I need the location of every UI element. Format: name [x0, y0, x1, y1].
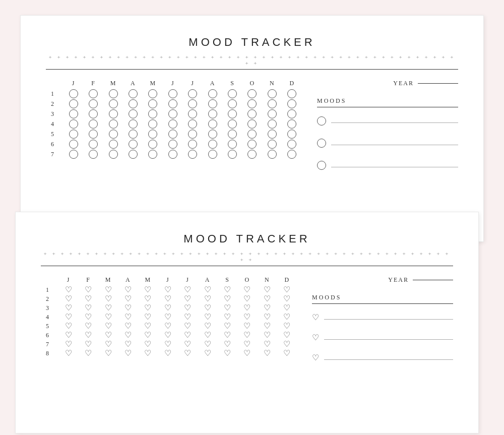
heart-icon[interactable]: ♡: [224, 331, 231, 339]
circle-icon[interactable]: [268, 89, 277, 98]
heart-icon[interactable]: ♡: [65, 295, 72, 303]
circle-icon[interactable]: [208, 119, 217, 129]
circle-icon[interactable]: [168, 109, 177, 118]
mood-heart-icon[interactable]: ♡: [312, 314, 319, 322]
heart-icon[interactable]: ♡: [224, 304, 231, 312]
circle-icon[interactable]: [247, 140, 257, 149]
heart-icon[interactable]: ♡: [224, 286, 231, 294]
circle-icon[interactable]: [129, 140, 138, 149]
mood-heart-icon[interactable]: ♡: [312, 334, 319, 342]
heart-icon[interactable]: ♡: [224, 295, 231, 303]
heart-icon[interactable]: ♡: [144, 331, 151, 339]
circle-icon[interactable]: [228, 150, 237, 159]
heart-icon[interactable]: ♡: [164, 331, 171, 339]
heart-icon[interactable]: ♡: [164, 304, 171, 312]
heart-icon[interactable]: ♡: [105, 313, 112, 321]
circle-icon[interactable]: [247, 109, 257, 118]
circle-icon[interactable]: [129, 89, 138, 98]
circle-icon[interactable]: [69, 150, 78, 159]
circle-icon[interactable]: [247, 119, 257, 129]
circle-icon[interactable]: [148, 150, 157, 159]
heart-icon[interactable]: ♡: [264, 331, 271, 339]
circle-icon[interactable]: [208, 109, 217, 118]
heart-icon[interactable]: ♡: [124, 313, 132, 321]
heart-icon[interactable]: ♡: [124, 286, 132, 294]
heart-icon[interactable]: ♡: [85, 322, 92, 330]
circle-icon[interactable]: [268, 150, 277, 159]
heart-icon[interactable]: ♡: [204, 304, 211, 312]
heart-icon[interactable]: ♡: [204, 295, 211, 303]
heart-icon[interactable]: ♡: [164, 313, 171, 321]
heart-icon[interactable]: ♡: [283, 331, 290, 339]
heart-icon[interactable]: ♡: [184, 322, 191, 330]
circle-icon[interactable]: [109, 89, 118, 98]
heart-icon[interactable]: ♡: [144, 313, 151, 321]
circle-icon[interactable]: [287, 150, 296, 159]
heart-icon[interactable]: ♡: [124, 304, 132, 312]
circle-icon[interactable]: [287, 130, 296, 139]
heart-icon[interactable]: ♡: [184, 304, 191, 312]
circle-icon[interactable]: [148, 99, 157, 108]
heart-icon[interactable]: ♡: [144, 340, 151, 348]
mood-circle-icon[interactable]: [317, 161, 326, 170]
heart-icon[interactable]: ♡: [283, 286, 290, 294]
heart-icon[interactable]: ♡: [224, 313, 231, 321]
circle-icon[interactable]: [208, 99, 217, 108]
heart-icon[interactable]: ♡: [264, 304, 271, 312]
heart-icon[interactable]: ♡: [184, 331, 191, 339]
circle-icon[interactable]: [109, 130, 118, 139]
heart-icon[interactable]: ♡: [243, 331, 250, 339]
heart-icon[interactable]: ♡: [85, 349, 92, 357]
heart-icon[interactable]: ♡: [204, 313, 211, 321]
heart-icon[interactable]: ♡: [85, 304, 92, 312]
heart-icon[interactable]: ♡: [144, 286, 151, 294]
circle-icon[interactable]: [109, 109, 118, 118]
heart-icon[interactable]: ♡: [184, 313, 191, 321]
heart-icon[interactable]: ♡: [85, 295, 92, 303]
circle-icon[interactable]: [228, 99, 237, 108]
heart-icon[interactable]: ♡: [184, 340, 191, 348]
heart-icon[interactable]: ♡: [164, 349, 171, 357]
heart-icon[interactable]: ♡: [124, 340, 132, 348]
circle-icon[interactable]: [268, 109, 277, 118]
circle-icon[interactable]: [89, 109, 98, 118]
circle-icon[interactable]: [168, 150, 177, 159]
circle-icon[interactable]: [69, 140, 78, 149]
circle-icon[interactable]: [168, 89, 177, 98]
circle-icon[interactable]: [208, 150, 217, 159]
circle-icon[interactable]: [228, 89, 237, 98]
heart-icon[interactable]: ♡: [65, 304, 72, 312]
circle-icon[interactable]: [168, 130, 177, 139]
heart-icon[interactable]: ♡: [65, 313, 72, 321]
circle-icon[interactable]: [228, 140, 237, 149]
circle-icon[interactable]: [129, 99, 138, 108]
heart-icon[interactable]: ♡: [243, 286, 250, 294]
heart-icon[interactable]: ♡: [124, 295, 132, 303]
heart-icon[interactable]: ♡: [283, 322, 290, 330]
heart-icon[interactable]: ♡: [65, 322, 72, 330]
circle-icon[interactable]: [129, 119, 138, 129]
heart-icon[interactable]: ♡: [144, 295, 151, 303]
circle-icon[interactable]: [109, 99, 118, 108]
circle-icon[interactable]: [129, 150, 138, 159]
circle-icon[interactable]: [69, 130, 78, 139]
circle-icon[interactable]: [287, 140, 296, 149]
heart-icon[interactable]: ♡: [264, 295, 271, 303]
circle-icon[interactable]: [148, 130, 157, 139]
circle-icon[interactable]: [109, 150, 118, 159]
heart-icon[interactable]: ♡: [283, 313, 290, 321]
heart-icon[interactable]: ♡: [184, 295, 191, 303]
circle-icon[interactable]: [148, 119, 157, 129]
circle-icon[interactable]: [247, 130, 257, 139]
circle-icon[interactable]: [188, 109, 197, 118]
heart-icon[interactable]: ♡: [283, 340, 290, 348]
circle-icon[interactable]: [247, 89, 257, 98]
front-year-line[interactable]: [413, 280, 453, 280]
heart-icon[interactable]: ♡: [144, 349, 151, 357]
heart-icon[interactable]: ♡: [264, 286, 271, 294]
circle-icon[interactable]: [287, 89, 296, 98]
heart-icon[interactable]: ♡: [124, 349, 132, 357]
circle-icon[interactable]: [109, 140, 118, 149]
heart-icon[interactable]: ♡: [224, 340, 231, 348]
heart-icon[interactable]: ♡: [204, 349, 211, 357]
